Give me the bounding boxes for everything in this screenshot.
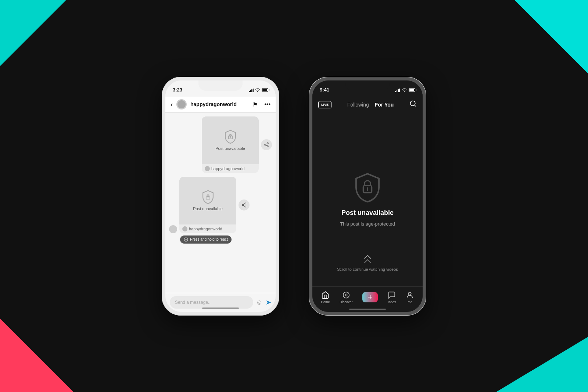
- chat-input-bar: Send a message... ☺ ➤: [165, 293, 276, 312]
- me-label: Me: [408, 300, 412, 304]
- nav-home[interactable]: Home: [321, 291, 330, 304]
- left-notch: [198, 80, 243, 91]
- left-chat-header: ‹ happydragonworld ⚑ •••: [165, 97, 276, 113]
- dark-battery-icon: [409, 88, 415, 92]
- right-header: LIVE Following For You: [312, 97, 423, 113]
- header-username: happydragonworld: [190, 101, 249, 107]
- message-placeholder: Send a message...: [175, 300, 212, 305]
- scroll-hint-text: Scroll to continue watching videos: [337, 267, 398, 271]
- dark-post-unavailable: Post unavailable: [341, 209, 394, 217]
- post-footer-1: happydragonworld: [202, 164, 259, 173]
- shield-lock-icon-1: [224, 130, 237, 144]
- discover-icon: [342, 291, 350, 299]
- post-unavailable-text-1: Post unavailable: [215, 146, 245, 151]
- post-footer-2: happydragonworld: [179, 224, 236, 233]
- share-button-1[interactable]: [261, 139, 272, 150]
- post-user-avatar-2: [182, 226, 187, 231]
- chat-area: Post unavailable happydragonworld: [165, 113, 276, 293]
- home-icon: [321, 291, 329, 299]
- svg-point-7: [185, 239, 186, 240]
- message-1: Post unavailable happydragonworld: [169, 116, 272, 173]
- signal-icon: [249, 88, 254, 92]
- discover-label: Discover: [340, 300, 352, 304]
- following-tab[interactable]: Following: [347, 102, 369, 108]
- search-icon[interactable]: [409, 100, 417, 109]
- left-status-icons: [249, 88, 268, 92]
- press-hold-tooltip: Press and hold to react: [180, 235, 232, 244]
- dark-signal-icon: [395, 88, 400, 92]
- more-options-icon[interactable]: •••: [264, 101, 270, 108]
- right-home-indicator: [349, 309, 386, 310]
- svg-point-8: [186, 239, 187, 240]
- back-button[interactable]: ‹: [171, 101, 173, 108]
- right-status-icons: [395, 88, 415, 92]
- plus-icon: +: [368, 292, 373, 302]
- post-username-2: happydragonworld: [189, 227, 222, 231]
- svg-point-12: [343, 292, 349, 298]
- scroll-chevrons: [364, 255, 371, 263]
- live-badge[interactable]: LIVE: [318, 101, 331, 108]
- post-message-1: Post unavailable happydragonworld: [202, 116, 272, 173]
- post-username-1: happydragonworld: [211, 166, 245, 171]
- emoji-button[interactable]: ☺: [256, 299, 263, 306]
- post-card-2: Post unavailable happydragonworld: [179, 177, 236, 233]
- left-phone: 3:23: [162, 77, 279, 316]
- post-user-avatar-1: [205, 166, 210, 171]
- svg-point-6: [184, 238, 188, 241]
- post-media-1: Post unavailable: [202, 116, 259, 164]
- right-time: 9:41: [320, 87, 329, 93]
- share-button-2[interactable]: [239, 199, 250, 211]
- dark-shield-icon: [353, 172, 382, 205]
- phones-container: 3:23: [162, 77, 426, 316]
- bg-decoration-teal-top: [0, 0, 66, 66]
- nav-create[interactable]: +: [362, 292, 378, 302]
- left-time: 3:23: [173, 87, 182, 93]
- inbox-label: Inbox: [388, 300, 396, 304]
- svg-point-14: [409, 292, 411, 295]
- message-2: Post unavailable happydragonworld: [169, 177, 272, 244]
- emoji-icon: [184, 237, 188, 242]
- svg-point-4: [207, 195, 209, 197]
- chevron-up-icon-2: [364, 259, 371, 263]
- wifi-icon: [255, 88, 260, 92]
- header-avatar: [176, 99, 187, 109]
- dark-bottom-nav: Home Discover +: [312, 286, 423, 312]
- dark-age-protected-text: This post is age-protected: [340, 221, 395, 227]
- send-button[interactable]: ➤: [266, 298, 271, 306]
- bg-decoration-pink-bottom: [0, 319, 74, 392]
- home-label: Home: [321, 300, 330, 304]
- battery-icon: [262, 88, 268, 92]
- right-phone: 9:41 LIVE: [309, 77, 426, 316]
- left-phone-screen: 3:23: [165, 80, 276, 312]
- press-hold-text: Press and hold to react: [190, 237, 228, 241]
- post-unavailable-text-2: Post unavailable: [193, 206, 223, 211]
- scroll-hint: Scroll to continue watching videos: [337, 255, 398, 271]
- header-nav: Following For You: [331, 102, 409, 108]
- chevron-up-icon-1: [364, 255, 371, 259]
- nav-me[interactable]: Me: [406, 291, 414, 304]
- left-home-indicator: [202, 308, 239, 309]
- svg-point-13: [345, 294, 347, 296]
- create-button[interactable]: +: [362, 292, 378, 302]
- post-message-2: Post unavailable happydragonworld: [169, 177, 250, 233]
- post-media-2: Post unavailable: [179, 177, 236, 224]
- message-input[interactable]: Send a message...: [170, 296, 253, 309]
- nav-discover[interactable]: Discover: [340, 291, 352, 304]
- shield-lock-icon-2: [201, 190, 215, 205]
- flag-icon[interactable]: ⚑: [252, 101, 258, 108]
- svg-point-1: [229, 134, 231, 136]
- bg-decoration-teal-bottom: [496, 337, 588, 392]
- bg-decoration-teal-right: [514, 0, 588, 73]
- post-card-1: Post unavailable happydragonworld: [202, 116, 259, 173]
- for-you-tab[interactable]: For You: [375, 102, 394, 108]
- inbox-icon: [388, 291, 396, 299]
- right-phone-screen: 9:41 LIVE: [312, 80, 423, 312]
- dark-wifi-icon: [402, 88, 407, 92]
- profile-icon: [406, 291, 414, 299]
- right-notch: [345, 80, 390, 91]
- nav-inbox[interactable]: Inbox: [388, 291, 396, 304]
- sender-avatar-2: [169, 225, 177, 233]
